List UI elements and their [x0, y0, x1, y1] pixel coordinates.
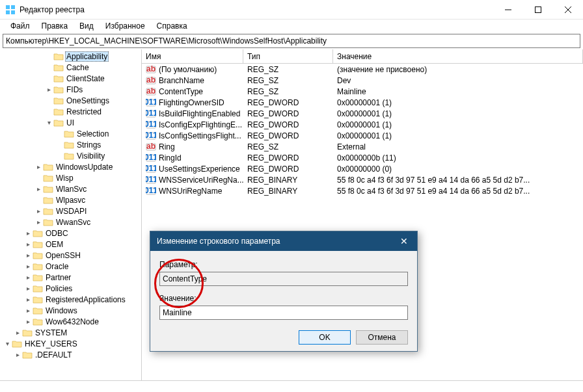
tree-node[interactable]: ▸Oracle — [0, 261, 141, 272]
tree-node[interactable]: ClientState — [0, 73, 141, 84]
tree-expander-icon[interactable]: ▸ — [34, 218, 43, 226]
tree-node[interactable]: ▸Policies — [0, 283, 141, 294]
maximize-button[interactable] — [523, 0, 553, 20]
list-row[interactable]: 011RingIdREG_DWORD0x0000000b (11) — [142, 152, 583, 163]
list-row[interactable]: abContentTypeREG_SZMainline — [142, 86, 583, 97]
menu-edit[interactable]: Правка — [36, 20, 74, 32]
value-type-icon: 011 — [146, 186, 156, 196]
tree-node[interactable]: ▸OpenSSH — [0, 250, 141, 261]
tree-node[interactable]: ▸WindowsUpdate — [0, 161, 141, 172]
tree-node[interactable]: Selection — [0, 128, 141, 139]
ok-button[interactable]: OK — [299, 330, 351, 345]
tree-expander-icon[interactable]: ▸ — [23, 296, 33, 303]
menu-view[interactable]: Вид — [74, 20, 99, 32]
tree-expander-icon[interactable]: ▸ — [34, 185, 43, 192]
tree-node[interactable]: Cache — [0, 62, 141, 73]
menubar: Файл Правка Вид Избранное Справка — [0, 20, 583, 33]
minimize-button[interactable] — [493, 0, 523, 20]
folder-icon — [33, 295, 43, 304]
tree-node[interactable]: ▸ODBC — [0, 228, 141, 239]
tree-expander-icon[interactable]: ▸ — [23, 307, 33, 314]
tree-node[interactable]: ▸OEM — [0, 239, 141, 250]
tree-expander-icon[interactable]: ▸ — [23, 318, 33, 325]
list-row[interactable]: 011FlightingOwnerSIDREG_DWORD0x00000001 … — [142, 97, 583, 108]
tree-node[interactable]: ▸Partner — [0, 272, 141, 283]
value-name: (По умолчанию) — [159, 65, 217, 74]
value-name: BranchName — [159, 76, 204, 85]
edit-string-dialog: Изменение строкового параметра ✕ Парамет… — [150, 231, 418, 352]
tree-expander-icon[interactable]: ▸ — [34, 163, 43, 170]
tree-node[interactable]: ▸Windows — [0, 305, 141, 316]
tree-node[interactable]: ▸SYSTEM — [0, 327, 141, 338]
list-row[interactable]: 011IsConfigSettingsFlight...REG_DWORD0x0… — [142, 130, 583, 141]
list-row[interactable]: abRingREG_SZExternal — [142, 141, 583, 152]
tree-label: Partner — [44, 273, 72, 282]
tree-node[interactable]: ▸WwanSvc — [0, 216, 141, 228]
tree-expander-icon[interactable]: ▸ — [23, 274, 33, 281]
tree-label: WwanSvc — [55, 218, 92, 227]
tree-expander-icon[interactable]: ▸ — [13, 351, 22, 358]
tree-node[interactable]: ▸WlanSvc — [0, 183, 141, 194]
dialog-close-button[interactable]: ✕ — [391, 231, 417, 251]
value-type: REG_DWORD — [243, 153, 333, 163]
tree-node[interactable]: ▸.DEFAULT — [0, 349, 141, 360]
tree-node[interactable]: Wlpasvc — [0, 194, 141, 205]
tree-node[interactable]: Wisp — [0, 172, 141, 183]
svg-text:011: 011 — [146, 175, 156, 184]
tree-label: RegisteredApplications — [44, 295, 127, 304]
tree-label: UI — [65, 118, 75, 127]
folder-icon — [53, 63, 64, 72]
address-bar[interactable]: Компьютер\HKEY_LOCAL_MACHINE\SOFTWARE\Mi… — [3, 34, 580, 48]
tree-expander-icon[interactable]: ▸ — [23, 241, 33, 248]
list-row[interactable]: 011IsBuildFlightingEnabledREG_DWORD0x000… — [142, 108, 583, 119]
menu-favorites[interactable]: Избранное — [100, 20, 150, 32]
tree-node[interactable]: ▸RegisteredApplications — [0, 294, 141, 305]
tree-expander-icon[interactable]: ▾ — [44, 119, 53, 126]
list-row[interactable]: 011WNSUriRegNameREG_BINARY55 f8 0c a4 f3… — [142, 185, 583, 196]
menu-help[interactable]: Справка — [152, 20, 193, 32]
value-type: REG_DWORD — [243, 131, 333, 140]
tree-node[interactable]: ▾UI — [0, 117, 141, 128]
tree-expander-icon[interactable]: ▸ — [13, 329, 22, 336]
list-row[interactable]: 011IsConfigExpFlightingE...REG_DWORD0x00… — [142, 119, 583, 130]
list-row[interactable]: 011UseSettingsExperienceREG_DWORD0x00000… — [142, 163, 583, 174]
column-type[interactable]: Тип — [243, 49, 333, 63]
tree-node[interactable]: ▸Wow6432Node — [0, 316, 141, 327]
tree-node[interactable]: OneSettings — [0, 95, 141, 106]
tree-node[interactable]: Restricted — [0, 106, 141, 117]
tree-node[interactable]: ▸WSDAPI — [0, 205, 141, 216]
list-row[interactable]: ab(По умолчанию)REG_SZ(значение не присв… — [142, 64, 583, 75]
folder-icon — [43, 174, 53, 183]
menu-file[interactable]: Файл — [5, 20, 35, 32]
titlebar: Редактор реестра — [0, 0, 583, 20]
list-row[interactable]: 011WNSServiceUriRegNa...REG_BINARY55 f8 … — [142, 174, 583, 185]
folder-icon — [33, 273, 43, 282]
tree-panel[interactable]: ApplicabilityCacheClientState▸FIDsOneSet… — [0, 49, 142, 380]
tree-expander-icon[interactable]: ▸ — [23, 285, 33, 292]
tree-node[interactable]: ▾HKEY_USERS — [0, 338, 141, 349]
close-button[interactable] — [553, 0, 583, 20]
tree-expander-icon[interactable]: ▸ — [23, 252, 33, 259]
tree-node[interactable]: Strings — [0, 139, 141, 150]
tree-expander-icon[interactable]: ▾ — [3, 340, 12, 347]
value-input[interactable] — [159, 306, 408, 320]
tree-expander-icon[interactable]: ▸ — [23, 229, 33, 237]
list-row[interactable]: abBranchNameREG_SZDev — [142, 75, 583, 86]
svg-rect-0 — [6, 5, 10, 9]
value-type: REG_BINARY — [243, 176, 333, 185]
svg-text:ab: ab — [146, 64, 156, 73]
tree-expander-icon[interactable]: ▸ — [23, 263, 33, 270]
tree-expander-icon[interactable]: ▸ — [44, 86, 53, 93]
folder-icon — [33, 317, 43, 326]
tree-expander-icon[interactable]: ▸ — [34, 207, 43, 215]
value-name: UseSettingsExperience — [159, 164, 240, 174]
tree-node[interactable]: Applicability — [0, 51, 141, 62]
cancel-button[interactable]: Отмена — [356, 330, 408, 345]
tree-node[interactable]: ▸FIDs — [0, 84, 141, 95]
value-name: Ring — [159, 142, 175, 151]
value-name: RingId — [159, 153, 182, 163]
tree-label: OEM — [44, 240, 64, 249]
tree-node[interactable]: Visibility — [0, 150, 141, 161]
column-name[interactable]: Имя — [142, 49, 243, 63]
column-value[interactable]: Значение — [333, 49, 583, 63]
